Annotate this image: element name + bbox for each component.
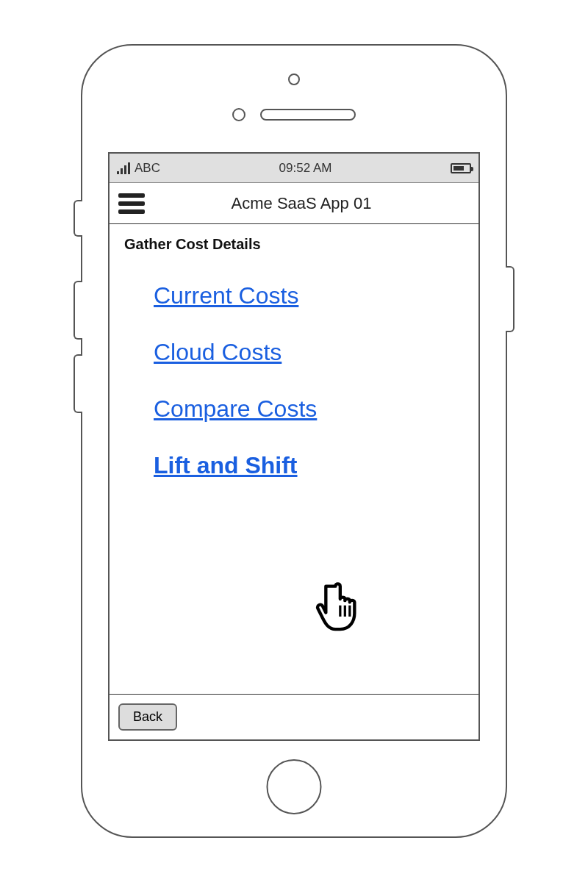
link-cloud-costs[interactable]: Cloud Costs (154, 339, 282, 366)
battery-icon (451, 163, 471, 173)
carrier-label: ABC (135, 161, 160, 176)
status-left: ABC (117, 161, 160, 176)
phone-speaker-icon (260, 109, 356, 121)
phone-side-button (74, 354, 82, 413)
link-current-costs[interactable]: Current Costs (154, 282, 298, 309)
nav-bar: Acme SaaS App 01 (110, 183, 478, 224)
phone-side-button (74, 281, 82, 340)
phone-screen: ABC 09:52 AM Acme SaaS App 01 Gather Cos… (108, 152, 480, 741)
content-area: Gather Cost Details Current Costs Cloud … (110, 224, 478, 694)
signal-icon (117, 162, 130, 174)
menu-icon[interactable] (118, 193, 145, 214)
link-lift-and-shift[interactable]: Lift and Shift (154, 452, 298, 479)
link-compare-costs[interactable]: Compare Costs (154, 395, 317, 423)
link-list: Current Costs Cloud Costs Compare Costs … (124, 282, 464, 479)
phone-camera-icon (288, 74, 300, 85)
app-title: Acme SaaS App 01 (159, 194, 443, 213)
footer: Back (110, 694, 478, 739)
clock-label: 09:52 AM (279, 161, 332, 176)
phone-speaker-row (82, 108, 506, 121)
phone-sensor-icon (232, 108, 245, 121)
back-button[interactable]: Back (118, 703, 177, 731)
status-bar: ABC 09:52 AM (110, 154, 478, 183)
phone-side-button (74, 200, 82, 237)
home-button[interactable] (267, 759, 322, 814)
pointer-cursor-icon (315, 580, 368, 637)
phone-side-button (506, 266, 514, 332)
section-title: Gather Cost Details (124, 236, 464, 253)
phone-frame: ABC 09:52 AM Acme SaaS App 01 Gather Cos… (81, 44, 507, 838)
